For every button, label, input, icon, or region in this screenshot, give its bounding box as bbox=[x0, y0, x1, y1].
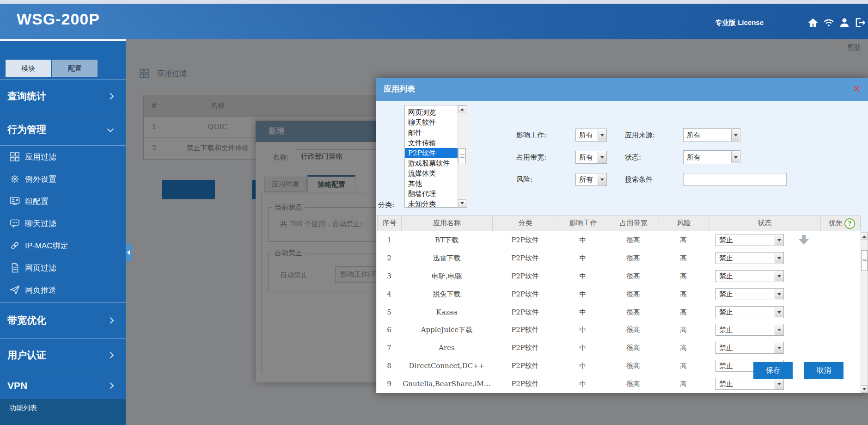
dropdown-arrow-icon bbox=[775, 253, 783, 263]
user-icon[interactable] bbox=[838, 17, 850, 29]
dropdown-arrow-icon bbox=[775, 289, 783, 299]
category-item[interactable]: 游戏股票软件 bbox=[405, 158, 458, 168]
category-item[interactable]: 其他 bbox=[405, 179, 458, 189]
cancel-button[interactable]: 取消 bbox=[804, 362, 844, 379]
close-icon[interactable]: ✕ bbox=[853, 84, 861, 94]
dropdown-arrow-icon bbox=[775, 325, 783, 335]
sidebar-item-query-stats[interactable]: 查询统计 bbox=[0, 79, 126, 113]
category-item-selected[interactable]: P2P软件 bbox=[405, 148, 458, 158]
scroll-down-icon[interactable] bbox=[458, 199, 466, 207]
dropdown-arrow-icon bbox=[598, 152, 606, 163]
table-row: 5KazaaP2P软件中很高高 禁止 bbox=[377, 303, 861, 321]
chevron-right-icon bbox=[107, 317, 114, 324]
category-item[interactable]: 聊天软件 bbox=[405, 117, 458, 128]
license-label: 专业版 License bbox=[715, 18, 764, 27]
status-filter-select[interactable]: 所有 bbox=[683, 150, 740, 164]
risk-filter-label: 风险: bbox=[516, 175, 532, 184]
scrollbar-thumb[interactable] bbox=[861, 250, 868, 271]
sidebar-item-group-config[interactable]: 组配置 bbox=[0, 190, 126, 212]
category-item[interactable]: 流媒体类 bbox=[405, 168, 458, 179]
function-list-label: 功能列表 bbox=[9, 404, 37, 413]
scroll-down-icon[interactable] bbox=[861, 385, 868, 393]
logout-icon[interactable] bbox=[854, 17, 866, 29]
category-listbox: 网页浏览 聊天软件 邮件 文件传输 P2P软件 游戏股票软件 流媒体类 其他 翻… bbox=[404, 105, 467, 208]
send-icon bbox=[9, 284, 20, 296]
search-input[interactable] bbox=[683, 173, 787, 186]
link-icon bbox=[9, 240, 20, 251]
chevron-right-icon bbox=[107, 352, 114, 358]
sidebar-item-ip-mac[interactable]: IP-MAC绑定 bbox=[0, 234, 126, 257]
tab-config[interactable]: 配置 bbox=[52, 60, 98, 77]
category-item[interactable]: 未知分类 bbox=[405, 199, 458, 208]
bandwidth-filter-label: 占用带宽: bbox=[516, 153, 546, 162]
modal-header: 应用列表 ✕ bbox=[376, 78, 868, 101]
impact-filter-select[interactable]: 所有 bbox=[575, 129, 607, 142]
dropdown-arrow-icon bbox=[775, 235, 783, 245]
chevron-right-icon bbox=[107, 93, 114, 99]
sidebar-item-chat-filter[interactable]: 聊天过滤 bbox=[0, 212, 126, 234]
listbox-scrollbar[interactable] bbox=[458, 105, 467, 207]
table-row: 3电驴,电骡P2P软件中很高高 禁止 bbox=[377, 267, 861, 285]
risk-filter-select[interactable]: 所有 bbox=[575, 173, 607, 186]
priority-down-icon[interactable] bbox=[799, 235, 809, 245]
status-select[interactable]: 禁止 bbox=[715, 252, 784, 264]
impact-filter-label: 影响工作: bbox=[516, 131, 546, 140]
sidebar-collapse-handle[interactable] bbox=[126, 244, 132, 261]
sidebar-item-user-auth[interactable]: 用户认证 bbox=[0, 338, 126, 372]
dropdown-arrow-icon bbox=[775, 343, 783, 353]
grid-icon bbox=[9, 151, 20, 162]
sidebar-item-web-filter[interactable]: 网页过滤 bbox=[0, 257, 126, 279]
page-icon bbox=[9, 262, 20, 273]
gear-icon bbox=[9, 173, 20, 185]
category-label: 分类: bbox=[378, 201, 394, 209]
table-row: 2迅雷下载P2P软件中很高高 禁止 bbox=[377, 249, 861, 267]
category-item[interactable]: 邮件 bbox=[405, 128, 458, 138]
save-button[interactable]: 保存 bbox=[753, 362, 793, 379]
chat-icon bbox=[9, 218, 20, 229]
status-select[interactable]: 禁止 bbox=[715, 324, 784, 336]
dropdown-arrow-icon bbox=[731, 129, 740, 141]
dropdown-arrow-icon bbox=[775, 271, 783, 281]
status-select[interactable]: 禁止 bbox=[715, 306, 784, 318]
status-select[interactable]: 禁止 bbox=[715, 270, 784, 282]
category-item[interactable]: 网页浏览 bbox=[405, 107, 458, 117]
scroll-up-icon[interactable] bbox=[861, 233, 868, 240]
sidebar-item-exception[interactable]: 例外设置 bbox=[0, 168, 126, 190]
chevron-down-icon bbox=[107, 125, 114, 132]
table-row: 6AppleJuice下载P2P软件中很高高 禁止 bbox=[377, 321, 861, 339]
sidebar-item-behavior-mgmt[interactable]: 行为管理 bbox=[0, 113, 126, 145]
status-select[interactable]: 禁止 bbox=[715, 288, 784, 300]
sidebar-item-web-push[interactable]: 网页推送 bbox=[0, 279, 126, 301]
status-select[interactable]: 禁止 bbox=[715, 378, 784, 390]
app-table-header: 序号 应用名称 分类 影响工作 占用带宽 风险 状态 优先 ? bbox=[377, 215, 861, 231]
app-list-modal: 应用列表 ✕ 网页浏览 聊天软件 邮件 文件传输 P2P软件 游戏股票软件 流媒… bbox=[376, 78, 868, 393]
wifi-icon[interactable] bbox=[823, 17, 835, 29]
dropdown-arrow-icon bbox=[775, 307, 783, 317]
source-filter-select[interactable]: 所有 bbox=[683, 128, 740, 142]
dropdown-arrow-icon bbox=[775, 379, 783, 389]
sidebar-item-app-filter[interactable]: 应用过滤 bbox=[0, 146, 126, 168]
category-item[interactable]: 文件传输 bbox=[405, 138, 458, 148]
dropdown-arrow-icon bbox=[731, 151, 740, 163]
source-filter-label: 应用来源: bbox=[625, 131, 655, 140]
table-row: 1BT下载P2P软件中很高高 禁止 bbox=[377, 231, 861, 249]
sidebar-item-bandwidth[interactable]: 带宽优化 bbox=[0, 302, 126, 338]
browser-top-strip bbox=[0, 0, 868, 4]
scrollbar-thumb[interactable] bbox=[458, 148, 466, 163]
status-select[interactable]: 禁止 bbox=[715, 342, 784, 354]
bandwidth-filter-select[interactable]: 所有 bbox=[575, 151, 607, 164]
table-scrollbar[interactable] bbox=[861, 232, 868, 393]
category-item[interactable]: 翻墙代理 bbox=[405, 189, 458, 199]
help-icon[interactable]: ? bbox=[844, 218, 855, 229]
status-select[interactable]: 禁止 bbox=[715, 234, 784, 246]
app-logo: WSG-200P bbox=[17, 10, 100, 28]
sidebar-footer: 功能列表 bbox=[0, 399, 126, 425]
tab-module[interactable]: 模块 bbox=[6, 60, 51, 77]
sidebar-item-vpn[interactable]: VPN bbox=[0, 372, 126, 399]
scroll-up-icon[interactable] bbox=[458, 105, 466, 113]
group-monitor-icon bbox=[9, 196, 20, 207]
sidebar: 模块 配置 查询统计 行为管理 应用过滤 例外设置 组配置 bbox=[0, 39, 126, 425]
chevron-right-icon bbox=[107, 382, 114, 389]
home-icon[interactable] bbox=[807, 17, 819, 29]
app-root: WSG-200P 专业版 License 模块 配置 查询统计 行为管理 应用过… bbox=[0, 0, 868, 425]
